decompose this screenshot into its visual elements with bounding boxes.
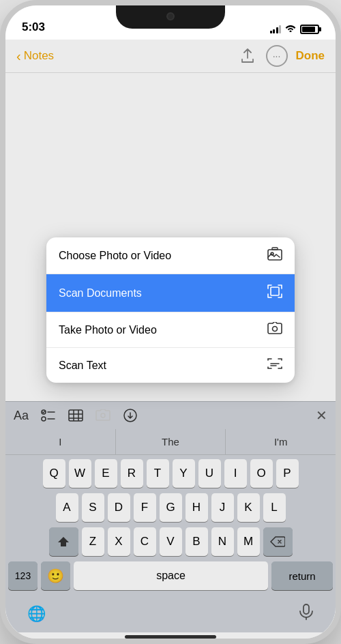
status-icons: [270, 24, 320, 34]
context-menu: Choose Photo or Video Scan Documents: [46, 237, 295, 383]
menu-item-label: Scan Documents: [59, 287, 142, 299]
menu-item-label: Choose Photo or Video: [59, 250, 171, 262]
menu-item-label: Scan Text: [59, 360, 106, 372]
camera-dot: [166, 12, 175, 20]
menu-item-scan-text[interactable]: Scan Text: [46, 348, 295, 383]
phone-frame: 5:03 ‹ Notes: [0, 0, 341, 644]
wifi-icon: [285, 24, 296, 34]
scan-document-icon: [267, 284, 282, 302]
menu-item-label: Take Photo or Video: [59, 324, 157, 336]
camera-icon: [267, 322, 282, 338]
svg-point-4: [273, 327, 278, 332]
svg-rect-2: [272, 248, 278, 250]
notch: [116, 5, 225, 29]
menu-item-scan-documents[interactable]: Scan Documents: [46, 274, 295, 312]
menu-item-take-photo[interactable]: Take Photo or Video: [46, 312, 295, 348]
scan-text-icon: [267, 357, 282, 373]
app-screen: ‹ Notes ··· Done Choose Photo: [5, 40, 336, 639]
svg-rect-3: [271, 287, 279, 295]
signal-icon: [270, 25, 282, 33]
status-time: 5:03: [22, 20, 45, 34]
menu-item-choose-photo[interactable]: Choose Photo or Video: [46, 237, 295, 274]
battery-icon: [300, 25, 319, 34]
photo-library-icon: [267, 247, 282, 264]
